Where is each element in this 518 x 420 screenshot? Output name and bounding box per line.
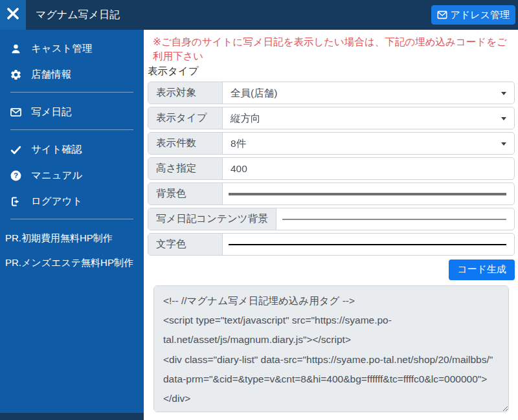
pr-link-free-hp[interactable]: PR.初期費用無料HP制作 <box>0 226 144 250</box>
sidebar-item-manual[interactable]: ? マニュアル <box>0 162 144 188</box>
display-target-select[interactable]: 全員(店舗) <box>223 82 514 104</box>
user-icon <box>10 43 22 55</box>
field-label: 表示件数 <box>148 133 223 154</box>
bg-color-swatch[interactable] <box>229 193 506 195</box>
sidebar-bottom-strip <box>0 413 144 420</box>
menu-toggle-button[interactable] <box>0 0 26 30</box>
question-icon: ? <box>10 170 22 182</box>
field-label: 高さ指定 <box>148 158 223 179</box>
form-row-height: 高さ指定 <box>148 157 515 180</box>
field-label: 表示対象 <box>148 82 223 104</box>
app-title: マグナム写メ日記 <box>36 8 120 22</box>
form-row-display-type: 表示タイプ 縦方向 <box>148 107 515 129</box>
field-label: 写メ日記コンテンツ背景 <box>148 208 276 230</box>
sidebar-divider <box>10 92 133 93</box>
embed-code-notice: ※ご自身のサイトに写メ日記を表示したい場合は、下記の埋め込みコードをご利用下さい <box>153 35 515 63</box>
form-row-content-bg-color: 写メ日記コンテンツ背景 <box>148 208 515 230</box>
svg-text:?: ? <box>14 171 18 179</box>
sidebar-item-cast-manage[interactable]: キャスト管理 <box>0 36 144 61</box>
top-bar: マグナム写メ日記 アドレス管理 <box>0 0 518 30</box>
embed-code-textarea[interactable]: <!-- //マグナム写メ日記埋め込み用タグ --> <script type=… <box>153 285 509 412</box>
sidebar-divider <box>10 129 133 130</box>
form-row-bg-color: 背景色 <box>148 182 515 205</box>
pr-link-mens-esthe-hp[interactable]: PR.メンズエステ無料HP制作 <box>0 250 144 275</box>
logout-icon <box>10 195 22 208</box>
section-heading: 表示タイプ <box>148 65 515 78</box>
address-manage-label: アドレス管理 <box>451 9 510 21</box>
display-count-select[interactable]: 8件 <box>223 133 514 154</box>
field-label: 表示タイプ <box>148 107 223 129</box>
sidebar-item-shop-info[interactable]: 店舗情報 <box>0 61 144 87</box>
sidebar-item-logout[interactable]: ログアウト <box>0 188 144 214</box>
content-bg-color-swatch[interactable] <box>282 219 506 220</box>
sidebar-divider <box>10 219 133 219</box>
sidebar: キャスト管理 店舗情報 写メ日記 サイト確認 <box>0 30 144 413</box>
generate-code-button[interactable]: コード生成 <box>449 260 515 280</box>
display-type-select[interactable]: 縦方向 <box>223 107 514 129</box>
form-row-display-count: 表示件数 8件 <box>148 132 515 155</box>
form-row-text-color: 文字色 <box>148 233 515 256</box>
envelope-icon <box>10 106 22 118</box>
envelope-icon <box>437 10 447 19</box>
sidebar-item-label: 写メ日記 <box>31 105 71 119</box>
gear-icon <box>10 69 22 81</box>
close-icon <box>5 5 21 25</box>
sidebar-item-label: 店舗情報 <box>31 68 71 82</box>
field-label: 文字色 <box>148 234 223 255</box>
text-color-swatch[interactable] <box>229 244 506 245</box>
field-label: 背景色 <box>148 183 223 204</box>
sidebar-item-label: キャスト管理 <box>31 42 92 56</box>
main-content: ※ご自身のサイトに写メ日記を表示したい場合は、下記の埋め込みコードをご利用下さい… <box>144 30 518 420</box>
sidebar-item-label: サイト確認 <box>31 143 82 157</box>
sidebar-item-site-check[interactable]: サイト確認 <box>0 137 144 162</box>
generate-button-row: コード生成 <box>148 260 515 280</box>
sidebar-item-label: ログアウト <box>31 195 82 208</box>
sidebar-item-label: マニュアル <box>31 169 82 182</box>
check-icon <box>10 144 22 156</box>
form-row-display-target: 表示対象 全員(店舗) <box>148 82 515 104</box>
sidebar-item-photo-diary[interactable]: 写メ日記 <box>0 99 144 125</box>
height-input[interactable] <box>223 163 514 175</box>
address-manage-button[interactable]: アドレス管理 <box>431 5 515 25</box>
